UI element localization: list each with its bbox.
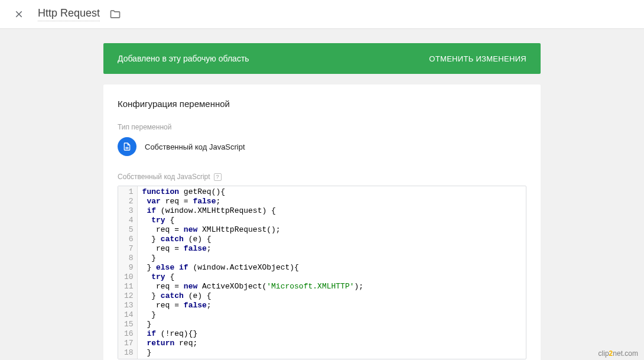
code-field-label: Собственный код JavaScript ? — [118, 173, 526, 181]
code-editor[interactable]: 123456789101112131415161718 function get… — [118, 186, 526, 359]
banner-message: Добавлено в эту рабочую область — [118, 54, 249, 63]
card-title: Конфигурация переменной — [118, 99, 526, 109]
header-bar: Http Request — [0, 0, 644, 29]
undo-changes-button[interactable]: ОТМЕНИТЬ ИЗМЕНЕНИЯ — [429, 54, 526, 63]
close-icon[interactable] — [12, 7, 26, 21]
help-icon[interactable]: ? — [214, 173, 222, 181]
page-title[interactable]: Http Request — [38, 7, 100, 21]
line-gutter: 123456789101112131415161718 — [118, 186, 138, 359]
variable-type-name: Собственный код JavaScript — [145, 142, 245, 151]
code-body[interactable]: function getReq(){ var req = false; if (… — [138, 186, 369, 359]
folder-icon[interactable] — [109, 8, 121, 20]
code-label-text: Собственный код JavaScript — [118, 173, 210, 181]
type-label: Тип переменной — [118, 123, 526, 131]
status-banner: Добавлено в эту рабочую область ОТМЕНИТЬ… — [103, 43, 541, 74]
variable-config-card: Конфигурация переменной Тип переменной С… — [103, 85, 541, 360]
watermark: clip2net.com — [599, 349, 638, 358]
document-icon — [118, 137, 136, 156]
variable-type-row[interactable]: Собственный код JavaScript — [118, 137, 526, 156]
